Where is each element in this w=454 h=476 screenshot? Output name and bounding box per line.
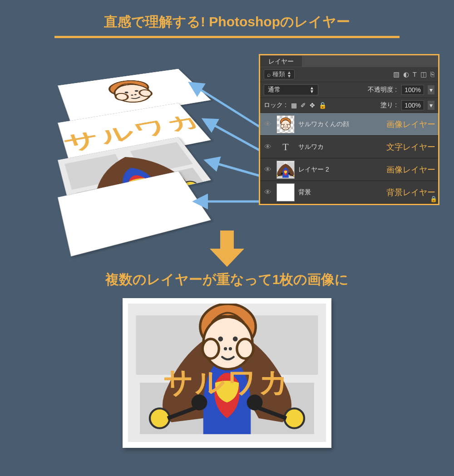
composite-image: サルワカ [123,298,331,448]
opacity-dropdown[interactable]: ▾ [428,85,434,94]
panel-tab-layers[interactable]: レイヤー [260,56,302,67]
layer-filter-select[interactable]: ⌕ 種類 ▲▼ [264,69,295,79]
layers-panel[interactable]: レイヤー ⌕ 種類 ▲▼ ▧ ◐ T ◫ ⎘ 通常 ▲▼ 不透明度 : 100 [259,54,439,205]
chevron-up-down-icon: ▲▼ [310,86,314,93]
subtitle: 複数のレイヤーが重なって1枚の画像に [0,270,454,289]
visibility-icon[interactable]: 👁 [263,120,273,128]
smartobject-icon[interactable]: ⎘ [430,70,434,79]
fill-label: 塗り : [380,101,397,109]
down-arrow-icon [213,231,241,267]
blend-mode-value: 通常 [268,86,281,94]
layer-filter-label: 種類 [272,70,285,79]
shape-icon[interactable]: ◫ [420,70,427,79]
lock-icon: 🔒 [430,196,437,202]
panel-filter-row: ⌕ 種類 ▲▼ ▧ ◐ T ◫ ⎘ [260,67,438,82]
layer-thumbnail[interactable]: T [276,138,295,156]
fill-dropdown[interactable]: ▾ [428,101,434,110]
visibility-icon[interactable]: 👁 [263,143,273,151]
lock-brush-icon[interactable]: ✐ [301,102,306,109]
layer-name: レイヤー 2 [298,166,329,174]
layer-thumbnail[interactable] [276,161,295,179]
layer-item[interactable]: 👁 T サルワカ 文字レイヤー [260,136,438,158]
visibility-icon[interactable]: 👁 [263,188,273,196]
layer-type-tag: 画像レイヤー [386,119,435,130]
opacity-label: 不透明度 : [368,86,397,94]
layer-thumbnail[interactable] [276,115,295,133]
layer-name: サルワカ [298,143,324,151]
panel-blend-row: 通常 ▲▼ 不透明度 : 100% ▾ [260,82,438,98]
face-icon [96,76,170,110]
lock-all-icon[interactable]: 🔒 [319,102,326,109]
fill-input[interactable]: 100% [401,100,424,110]
lock-pixels-icon[interactable]: ▦ [291,102,297,109]
adjustment-icon[interactable]: ◐ [403,70,409,79]
layer-stack: サルワカ [41,54,222,226]
lock-move-icon[interactable]: ✥ [310,102,315,109]
face-icon [187,304,269,380]
layer-name: 背景 [298,188,311,196]
page-title: 直感で理解する! Photoshopのレイヤー [0,0,454,31]
upper-section: サルワカ レイヤー ⌕ 種類 ▲▼ ▧ [0,38,454,233]
layer-type-tag: 文字レイヤー [386,142,435,152]
layer-type-tag: 背景レイヤー [386,187,435,198]
layer-name: サルワカくんの顔 [298,120,349,128]
layer-item[interactable]: 👁 サルワカくんの顔 画像レイヤー [260,113,438,136]
panel-tabbar: レイヤー [260,55,438,67]
blend-mode-select[interactable]: 通常 ▲▼ [264,84,318,95]
visibility-icon[interactable]: 👁 [263,166,273,174]
image-icon[interactable]: ▧ [393,70,400,79]
chevron-up-down-icon: ▲▼ [287,71,291,78]
opacity-input[interactable]: 100% [401,85,424,95]
layer-item[interactable]: 👁 背景 背景レイヤー 🔒 [260,181,438,204]
search-icon: ⌕ [267,71,271,78]
lock-label: ロック : [264,101,286,109]
layer-thumbnail[interactable] [276,183,295,201]
layer-type-tag: 画像レイヤー [386,164,435,175]
type-icon[interactable]: T [413,70,417,79]
panel-lock-row: ロック : ▦ ✐ ✥ 🔒 塗り : 100% ▾ [260,98,438,113]
layer-item[interactable]: 👁 レイヤー 2 画像レイヤー [260,158,438,181]
